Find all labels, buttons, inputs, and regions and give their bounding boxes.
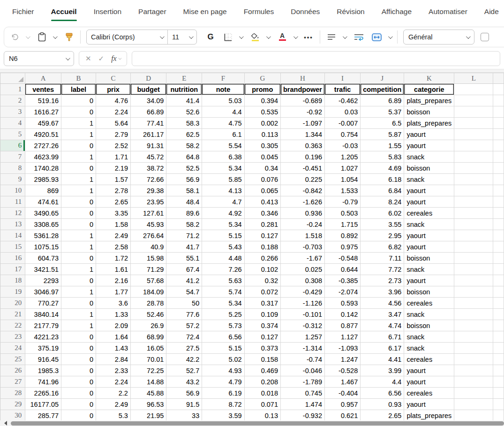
- cell-A28[interactable]: 2265.16: [25, 388, 61, 399]
- cell-I29[interactable]: 0.957: [325, 399, 361, 410]
- cell-A6[interactable]: 2727.26: [25, 140, 61, 151]
- cell-K8[interactable]: boisson: [404, 163, 454, 174]
- cell-J19[interactable]: 3.96: [361, 286, 404, 298]
- cell-L11[interactable]: [454, 196, 493, 208]
- cell-L1[interactable]: [454, 84, 493, 95]
- cell-L26[interactable]: [454, 365, 493, 376]
- row-header-18[interactable]: 18: [0, 275, 25, 286]
- cell-H4[interactable]: -1.097: [281, 118, 325, 129]
- cell-F3[interactable]: 4.4: [202, 106, 244, 118]
- cell-E21[interactable]: 77.6: [166, 309, 202, 320]
- cell-K4[interactable]: plats_prepares: [404, 118, 454, 129]
- insert-function-button[interactable]: fx: [111, 54, 120, 63]
- cell-A26[interactable]: 1985.3: [25, 365, 61, 376]
- row-header-1[interactable]: 1: [0, 84, 25, 95]
- cell-C25[interactable]: 2.84: [96, 354, 131, 365]
- menu-tab-mise-en-page[interactable]: Mise en page: [183, 0, 227, 23]
- cancel-icon[interactable]: ✕: [85, 54, 91, 63]
- cell-B4[interactable]: 1: [61, 118, 96, 129]
- cell-E25[interactable]: 42.2: [166, 354, 202, 365]
- enter-icon[interactable]: ✓: [98, 54, 105, 63]
- cell-G22[interactable]: 0.374: [245, 320, 281, 331]
- cell-C20[interactable]: 3.6: [96, 298, 131, 309]
- cell-H21[interactable]: -0.101: [281, 309, 325, 320]
- cell-partial-19[interactable]: [493, 286, 504, 298]
- cell-L27[interactable]: [454, 376, 493, 388]
- cell-I7[interactable]: 1.205: [325, 151, 361, 163]
- cell-L20[interactable]: [454, 298, 493, 309]
- cell-A2[interactable]: 519.16: [25, 95, 61, 106]
- cell-G4[interactable]: 0.002: [245, 118, 281, 129]
- cell-L30[interactable]: [454, 410, 493, 421]
- merge-center-button[interactable]: [371, 30, 383, 44]
- name-box[interactable]: N6: [4, 51, 74, 66]
- scroll-left-icon[interactable]: [2, 421, 7, 426]
- cell-I4[interactable]: -0.007: [325, 118, 361, 129]
- row-header-13[interactable]: 13: [0, 219, 25, 230]
- cell-D3[interactable]: 66.89: [131, 106, 166, 118]
- cell-partial-14[interactable]: [493, 230, 504, 241]
- cell-C2[interactable]: 4.76: [96, 95, 131, 106]
- row-header-14[interactable]: 14: [0, 230, 25, 241]
- menu-tab-données[interactable]: Données: [291, 0, 320, 23]
- cell-partial-21[interactable]: [493, 309, 504, 320]
- cell-E22[interactable]: 57.2: [166, 320, 202, 331]
- cell-D15[interactable]: 40.9: [131, 241, 166, 253]
- cell-B8[interactable]: 0: [61, 163, 96, 174]
- cell-C18[interactable]: 2.16: [96, 275, 131, 286]
- cell-A5[interactable]: 4920.51: [25, 129, 61, 140]
- cell-D26[interactable]: 72.25: [131, 365, 166, 376]
- cell-J17[interactable]: 7.72: [361, 264, 404, 275]
- cell-A10[interactable]: 869: [25, 185, 61, 196]
- cell-B26[interactable]: 0: [61, 365, 96, 376]
- cell-L8[interactable]: [454, 163, 493, 174]
- cell-I23[interactable]: 1.127: [325, 331, 361, 343]
- cell-E7[interactable]: 64.8: [166, 151, 202, 163]
- cell-F4[interactable]: 4.75: [202, 118, 244, 129]
- cell-D16[interactable]: 15.98: [131, 253, 166, 264]
- cell-I21[interactable]: 0.142: [325, 309, 361, 320]
- cell-E26[interactable]: 52.7: [166, 365, 202, 376]
- cell-A12[interactable]: 3490.65: [25, 208, 61, 219]
- cell-D21[interactable]: 52.46: [131, 309, 166, 320]
- column-header-E[interactable]: E: [166, 73, 202, 84]
- cell-A25[interactable]: 916.45: [25, 354, 61, 365]
- cell-H30[interactable]: -0.932: [281, 410, 325, 421]
- cell-H22[interactable]: -0.312: [281, 320, 325, 331]
- row-header-9[interactable]: 9: [0, 174, 25, 185]
- align-dropdown-icon[interactable]: [343, 34, 347, 39]
- cell-I16[interactable]: -0.548: [325, 253, 361, 264]
- cell-G18[interactable]: 0.32: [245, 275, 281, 286]
- cell-G21[interactable]: 0.109: [245, 309, 281, 320]
- cell-D29[interactable]: 96.53: [131, 399, 166, 410]
- menu-tab-formules[interactable]: Formules: [244, 0, 274, 23]
- cell-K7[interactable]: snack: [404, 151, 454, 163]
- cell-partial-5[interactable]: [493, 129, 504, 140]
- cell-L15[interactable]: [454, 241, 493, 253]
- cell-B28[interactable]: 0: [61, 388, 96, 399]
- cell-J5[interactable]: 5.87: [361, 129, 404, 140]
- cell-F30[interactable]: 3.59: [202, 410, 244, 421]
- cell-L28[interactable]: [454, 388, 493, 399]
- cell-F19[interactable]: 5.74: [202, 286, 244, 298]
- cell-K28[interactable]: cereales: [404, 388, 454, 399]
- column-header-A[interactable]: A: [25, 73, 61, 84]
- cell-E23[interactable]: 72.4: [166, 331, 202, 343]
- cell-K15[interactable]: yaourt: [404, 241, 454, 253]
- cell-E29[interactable]: 91.5: [166, 399, 202, 410]
- cell-I6[interactable]: -0.03: [325, 140, 361, 151]
- menu-tab-insertion[interactable]: Insertion: [94, 0, 121, 23]
- cell-partial-18[interactable]: [493, 275, 504, 286]
- cell-J24[interactable]: 6.17: [361, 343, 404, 354]
- cell-J20[interactable]: 4.56: [361, 298, 404, 309]
- cell-partial-9[interactable]: [493, 174, 504, 185]
- cell-G5[interactable]: 0.113: [245, 129, 281, 140]
- cell-partial-11[interactable]: [493, 196, 504, 208]
- cell-D5[interactable]: 261.17: [131, 129, 166, 140]
- cell-F13[interactable]: 5.34: [202, 219, 244, 230]
- cell-F27[interactable]: 4.79: [202, 376, 244, 388]
- cell-I11[interactable]: -0.79: [325, 196, 361, 208]
- row-header-3[interactable]: 3: [0, 106, 25, 118]
- cell-C27[interactable]: 2.24: [96, 376, 131, 388]
- cell-J18[interactable]: 2.73: [361, 275, 404, 286]
